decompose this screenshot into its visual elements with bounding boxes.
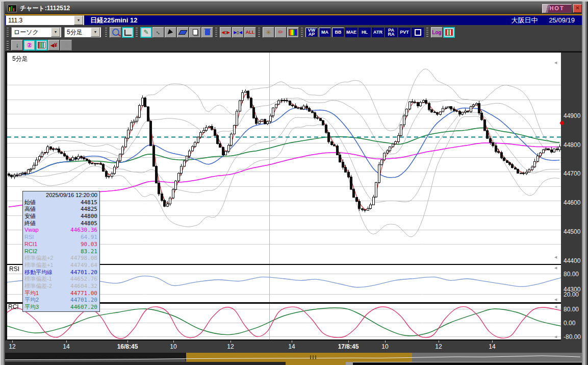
time-tick <box>12 340 13 343</box>
vwap-button[interactable]: VW AP <box>305 28 318 37</box>
zoom-icon[interactable] <box>110 27 121 38</box>
tooltip-row: 標準偏差-244604.32 <box>24 283 97 290</box>
atr-button[interactable]: ATR <box>372 28 384 37</box>
tooltip-row-value: 44701.20 <box>70 297 97 304</box>
toolbar-grip[interactable] <box>136 28 138 37</box>
bars-glyph <box>445 29 453 36</box>
candle-style-icon[interactable] <box>36 40 47 51</box>
time-axis-label: 10 <box>381 343 388 350</box>
pvt-button[interactable]: PVT <box>398 28 411 37</box>
toolbar-grip[interactable] <box>215 28 217 37</box>
time-axis[interactable]: 121416/8:4510121417/8:45101214 <box>5 340 582 353</box>
price-axis[interactable]: 4490044800447004460044500444004430080.00… <box>561 53 582 353</box>
log-scale-button[interactable]: Log <box>431 27 443 38</box>
instrument-row: 111.3 ▼ 日経225mini 12 大阪日中 25/09/19 <box>5 15 582 25</box>
chevron-down-icon[interactable]: ▼ <box>91 28 100 37</box>
rci-axis-label: 80.00 <box>564 306 579 313</box>
para-button[interactable]: PA RA <box>385 28 397 37</box>
navigator-scrollbar[interactable] <box>5 353 582 362</box>
tooltip-row-label: 始値 <box>24 199 36 206</box>
tooltip-row: 標準偏差+144749.64 <box>24 262 97 269</box>
trash-icon[interactable] <box>201 27 213 38</box>
toolbar-grip[interactable] <box>258 28 260 37</box>
top-window-edge <box>0 0 588 2</box>
session-label: 大阪日中 <box>511 16 538 25</box>
copy-icon[interactable] <box>189 27 201 38</box>
chart-layout-icon[interactable] <box>443 27 455 38</box>
time-tick <box>127 340 128 343</box>
interval-combo[interactable]: 5分足 ▼ <box>64 27 101 37</box>
mae-button[interactable]: MAE <box>345 28 357 37</box>
toolbar-grip[interactable] <box>301 28 303 37</box>
axis-frame-icon[interactable] <box>122 27 134 38</box>
web-burst-icon[interactable]: ✳ <box>263 27 274 38</box>
close-button[interactable]: ✕ <box>573 4 582 13</box>
candle-narrow-icon[interactable]: ◀▯▶ <box>220 27 232 38</box>
eraser-glyph <box>178 30 188 35</box>
cursor-select-icon[interactable] <box>165 27 176 38</box>
tooltip-row-label: 標準偏差+2 <box>24 255 54 262</box>
draw-pencil-icon[interactable]: ✎ <box>140 27 152 38</box>
symbol-combo[interactable]: 111.3 ▼ <box>6 15 84 26</box>
tooltip-row-label: 高値 <box>24 206 36 213</box>
rci-axis-label: 0.00 <box>564 320 575 327</box>
tooltip-row-value: 44825 <box>81 206 97 213</box>
chart-type-combo[interactable]: ローソク ▼ <box>11 27 61 37</box>
time-tick <box>173 340 174 343</box>
ma-button[interactable]: MA <box>319 28 331 37</box>
tooltip-row: 移動平均線44701.20 <box>24 269 97 276</box>
scroll-left-icon[interactable]: ◀ <box>554 335 557 338</box>
vwap-label: AP <box>309 32 315 36</box>
tooltip-row-label: 安値 <box>24 213 36 220</box>
trash-glyph <box>205 30 210 35</box>
rci-axis-label: -80.00 <box>564 333 581 340</box>
scroll-left-icon[interactable]: ◀ <box>554 61 557 64</box>
scroll-left-icon[interactable]: ◀ <box>554 298 557 301</box>
toolbar-grip[interactable] <box>426 28 428 37</box>
bb-button[interactable]: BB <box>332 28 344 37</box>
tooltip-row-value: 44815 <box>81 199 97 206</box>
tooltip-row-value: 64.91 <box>81 234 97 241</box>
magnifier-glyph <box>112 29 119 36</box>
scroll-left-icon[interactable]: ◀ <box>554 305 557 308</box>
time-tick <box>439 340 439 343</box>
rsi-axis-label: 80.00 <box>564 271 579 278</box>
tooltip-row-value: 44798.08 <box>70 255 97 262</box>
tooltip-row-label: 平均3 <box>24 304 39 311</box>
time-tick <box>231 340 231 343</box>
background-window-strip <box>5 362 286 365</box>
tooltip-row-label: 平均1 <box>24 290 39 297</box>
rci-pane-label: RCI <box>8 303 19 310</box>
app-icon-bar <box>9 7 10 11</box>
paint-tool-icon[interactable]: ✏ <box>275 27 287 38</box>
chevron-down-icon[interactable]: ▼ <box>74 16 83 25</box>
interval-chart-label: 5分足 <box>12 55 28 63</box>
scroll-left-icon[interactable]: ◀ <box>554 266 557 270</box>
download-chart-icon[interactable]: ↓ <box>11 40 23 51</box>
frame-overlay-button[interactable] <box>412 28 424 37</box>
price-axis-label: 44600 <box>564 199 580 206</box>
tooltip-row-label: 標準偏差+1 <box>24 262 54 269</box>
para-label: RA <box>388 32 395 36</box>
yen-convert-icon[interactable]: ◀¥ <box>48 40 60 51</box>
tooltip-row-value: 44701.20 <box>70 269 97 276</box>
toolbar-grip[interactable] <box>7 41 9 50</box>
tooltip-row: 始値44815 <box>24 199 97 206</box>
tooltip-row-label: 標準偏差-1 <box>24 276 52 283</box>
rsi-axis-label: 20.00 <box>564 291 579 298</box>
title-bar[interactable]: チャート:1112512 <box>5 2 582 14</box>
rainbow-palette-icon[interactable] <box>287 27 299 38</box>
chevron-down-icon[interactable]: ▼ <box>51 28 60 37</box>
tooltip-row-value: 90.03 <box>81 241 97 248</box>
show-all-button[interactable]: ALL <box>244 27 256 38</box>
trend-resize-icon[interactable]: ↔ <box>152 27 164 38</box>
hot-button[interactable]: HOT <box>542 4 572 13</box>
candle-widen-icon[interactable]: ▶▯◀ <box>232 27 244 38</box>
eraser-icon[interactable] <box>177 27 189 38</box>
toolbar-grip[interactable] <box>7 28 9 37</box>
second-axis-icon[interactable]: ② <box>23 40 35 51</box>
toolbar-grip[interactable] <box>105 28 107 37</box>
tooltip-row: RCI283.21 <box>24 248 97 255</box>
scroll-left-icon[interactable]: ◀ <box>554 255 557 259</box>
hl-button[interactable]: HL <box>359 28 371 37</box>
